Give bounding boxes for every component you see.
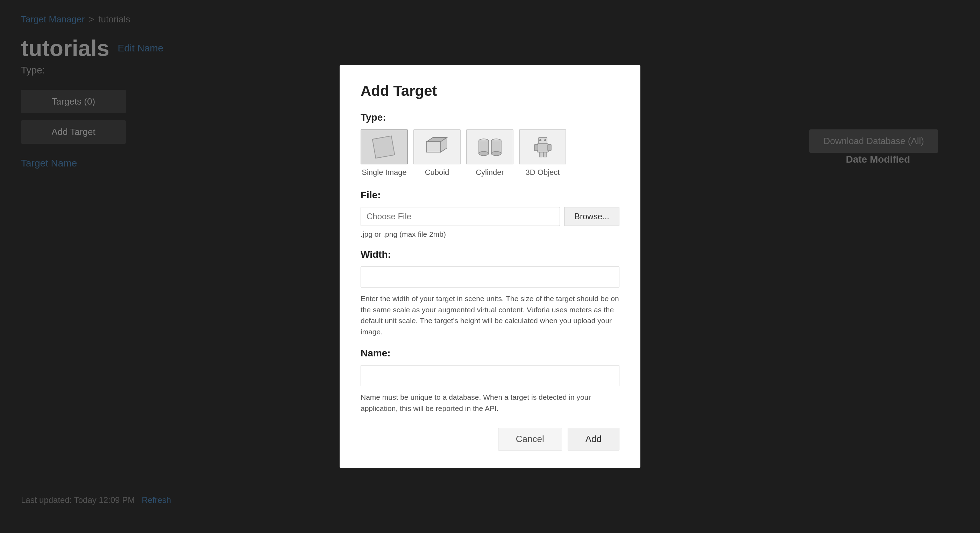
file-section-label: File: [361, 189, 619, 201]
type-option-cylinder[interactable]: Cylinder [466, 129, 514, 177]
width-input[interactable] [361, 266, 619, 288]
type-option-cuboid[interactable]: Cuboid [414, 129, 461, 177]
add-target-modal: Add Target Type: Single Image [340, 65, 640, 468]
file-row: Browse... [361, 207, 619, 226]
add-button[interactable]: Add [568, 428, 619, 450]
svg-marker-1 [427, 142, 441, 152]
type-option-single-image[interactable]: Single Image [361, 129, 408, 177]
name-hint: Name must be unique to a database. When … [361, 392, 619, 414]
single-image-icon [371, 135, 398, 159]
type-grid: Single Image Cuboid [361, 129, 619, 177]
svg-rect-13 [548, 145, 551, 151]
type-cylinder-label: Cylinder [476, 168, 504, 177]
browse-button[interactable]: Browse... [564, 207, 619, 226]
type-img-cylinder [466, 129, 514, 164]
svg-point-17 [544, 139, 546, 141]
svg-rect-11 [537, 144, 549, 152]
type-img-single-image [361, 129, 408, 164]
svg-point-6 [479, 151, 488, 156]
width-hint: Enter the width of your target in scene … [361, 293, 619, 337]
name-section-label: Name: [361, 348, 619, 359]
modal-title: Add Target [361, 83, 619, 99]
file-hint: .jpg or .png (max file 2mb) [361, 230, 619, 239]
type-3d-object-label: 3D Object [526, 168, 560, 177]
type-single-image-label: Single Image [362, 168, 406, 177]
type-section-label: Type: [361, 112, 619, 123]
file-input[interactable] [361, 207, 560, 226]
svg-rect-12 [535, 145, 538, 151]
type-option-3d-object[interactable]: 3D Object [519, 129, 566, 177]
modal-footer: Cancel Add [361, 428, 619, 450]
svg-point-16 [539, 139, 541, 141]
svg-rect-14 [539, 152, 542, 157]
svg-point-9 [492, 151, 501, 156]
cylinder-icon [476, 135, 504, 159]
svg-rect-15 [544, 152, 546, 157]
type-img-cuboid [414, 129, 461, 164]
name-input[interactable] [361, 365, 619, 386]
3d-object-icon [529, 135, 557, 159]
svg-rect-0 [372, 136, 395, 158]
cuboid-icon [423, 135, 451, 159]
modal-overlay: Add Target Type: Single Image [0, 0, 980, 533]
cancel-button[interactable]: Cancel [498, 428, 562, 450]
type-cuboid-label: Cuboid [425, 168, 449, 177]
width-section-label: Width: [361, 249, 619, 260]
type-img-3d-object [519, 129, 566, 164]
